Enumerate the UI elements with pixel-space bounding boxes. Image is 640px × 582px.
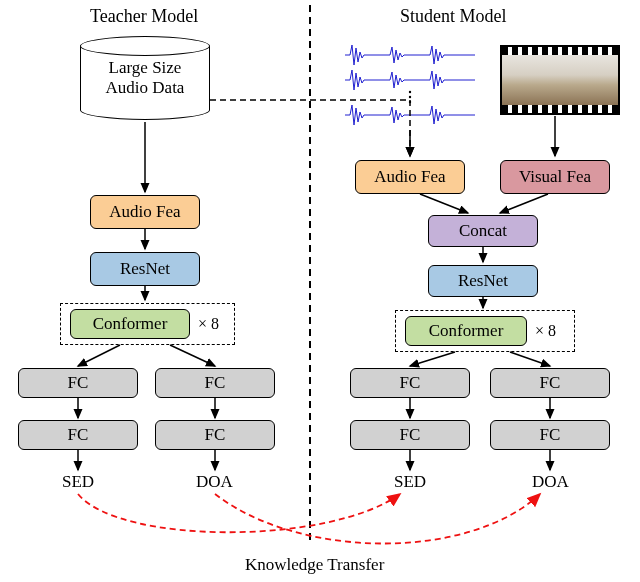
- student-resnet: ResNet: [428, 265, 538, 297]
- student-doa: DOA: [532, 472, 569, 492]
- teacher-resnet: ResNet: [90, 252, 200, 286]
- teacher-fc-doa-1: FC: [155, 368, 275, 398]
- db-label-1: Large Size: [109, 58, 182, 78]
- student-conformer-repeat: × 8: [535, 322, 556, 340]
- teacher-conformer: Conformer: [70, 309, 190, 339]
- student-fc-doa-2: FC: [490, 420, 610, 450]
- student-conformer: Conformer: [405, 316, 527, 346]
- student-concat: Concat: [428, 215, 538, 247]
- svg-line-16: [500, 194, 548, 213]
- teacher-conformer-repeat: × 8: [198, 315, 219, 333]
- svg-line-15: [420, 194, 468, 213]
- teacher-sed: SED: [62, 472, 94, 492]
- student-title: Student Model: [400, 6, 507, 27]
- teacher-fc-sed-1: FC: [18, 368, 138, 398]
- teacher-fc-sed-2: FC: [18, 420, 138, 450]
- teacher-title: Teacher Model: [90, 6, 198, 27]
- student-visual-fea: Visual Fea: [500, 160, 610, 194]
- knowledge-transfer-label: Knowledge Transfer: [245, 555, 384, 575]
- teacher-doa: DOA: [196, 472, 233, 492]
- student-fc-sed-2: FC: [350, 420, 470, 450]
- svg-line-7: [78, 345, 120, 366]
- video-frame-icon: [500, 45, 620, 115]
- student-fc-sed-1: FC: [350, 368, 470, 398]
- db-label-2: Audio Data: [106, 78, 185, 98]
- svg-line-20: [510, 352, 550, 366]
- student-audio-fea: Audio Fea: [355, 160, 465, 194]
- student-fc-doa-1: FC: [490, 368, 610, 398]
- svg-point-0: [409, 91, 411, 93]
- student-sed: SED: [394, 472, 426, 492]
- waveform-icon: [340, 40, 480, 130]
- svg-point-1: [409, 96, 411, 98]
- audio-db-icon: Large Size Audio Data: [80, 36, 210, 120]
- svg-line-8: [170, 345, 215, 366]
- diagram-canvas: Teacher Model Student Model Large Size A…: [0, 0, 640, 582]
- teacher-fc-doa-2: FC: [155, 420, 275, 450]
- svg-point-2: [409, 101, 411, 103]
- svg-line-19: [410, 352, 455, 366]
- teacher-audio-fea: Audio Fea: [90, 195, 200, 229]
